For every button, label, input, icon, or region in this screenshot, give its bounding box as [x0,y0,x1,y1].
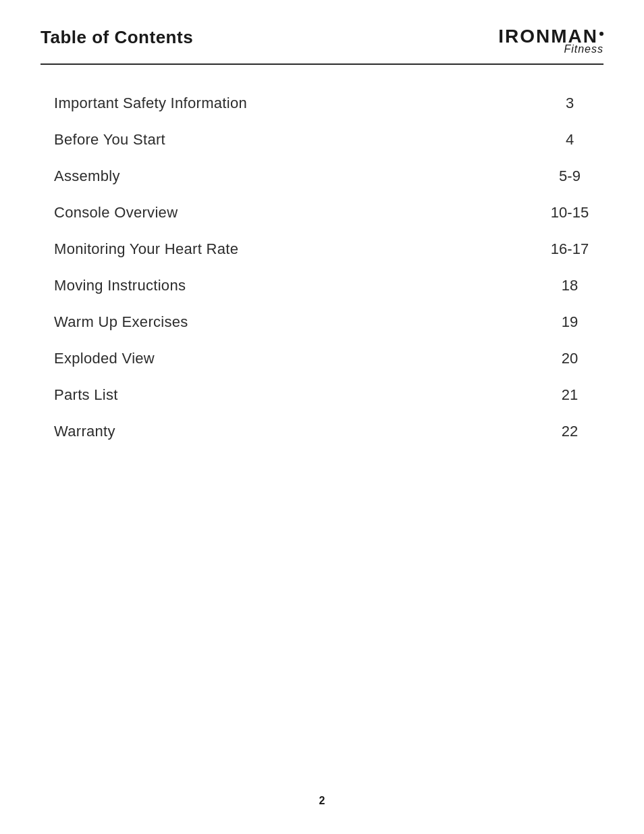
toc-item-page: 20 [549,350,590,367]
toc-row: Monitoring Your Heart Rate16-17 [41,231,603,267]
toc-item-label: Exploded View [54,350,155,367]
logo-fitness: Fitness [564,43,603,55]
logo-container: IRONMAN Fitness [498,27,603,55]
toc-item-page: 22 [549,423,590,440]
toc-item-label: Before You Start [54,131,165,149]
toc-item-page: 3 [549,95,590,112]
toc-row: Before You Start4 [41,122,603,158]
toc-row: Important Safety Information3 [41,85,603,122]
page-title: Table of Contents [41,27,193,48]
toc-item-page: 18 [549,277,590,294]
toc-item-page: 16-17 [549,240,590,258]
toc-item-page: 5-9 [549,167,590,185]
toc-item-label: Warm Up Exercises [54,313,188,331]
toc-item-label: Important Safety Information [54,95,247,112]
toc-item-label: Monitoring Your Heart Rate [54,240,238,258]
toc-item-page: 19 [549,313,590,331]
toc-item-page: 4 [549,131,590,149]
toc-row: Warm Up Exercises19 [41,304,603,340]
toc-row: Moving Instructions18 [41,267,603,304]
toc-item-page: 10-15 [549,204,590,221]
toc-item-label: Moving Instructions [54,277,186,294]
page-number: 2 [0,795,644,807]
toc-row: Console Overview10-15 [41,194,603,231]
toc-item-label: Parts List [54,386,118,404]
page-container: Table of Contents IRONMAN Fitness Import… [0,0,644,834]
logo-dot [599,32,603,36]
toc-table: Important Safety Information3Before You … [41,85,603,450]
toc-item-label: Assembly [54,167,120,185]
toc-row: Assembly5-9 [41,158,603,194]
toc-row: Exploded View20 [41,340,603,377]
toc-row: Warranty22 [41,413,603,450]
toc-row: Parts List21 [41,377,603,413]
toc-item-label: Warranty [54,423,115,440]
toc-item-label: Console Overview [54,204,178,221]
page-header: Table of Contents IRONMAN Fitness [41,27,603,65]
toc-item-page: 21 [549,386,590,404]
